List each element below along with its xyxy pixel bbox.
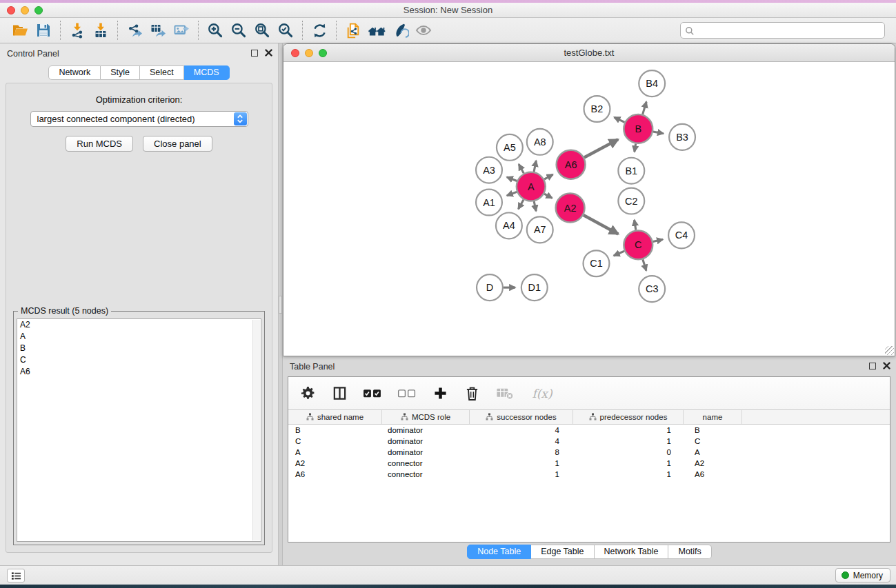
save-session-icon[interactable] [32, 20, 55, 41]
function-builder-icon[interactable]: f(x) [528, 383, 556, 404]
graph-edge-C-C4[interactable] [653, 239, 663, 241]
table-header-row[interactable]: shared nameMCDS rolesuccessor nodesprede… [288, 410, 890, 425]
float-panel-icon[interactable] [251, 50, 258, 57]
table-row[interactable]: Bdominator41B [288, 425, 890, 436]
graph-node-B[interactable]: B [624, 114, 653, 143]
network-close-button[interactable] [291, 49, 299, 57]
add-column-icon[interactable] [430, 383, 450, 404]
graph-edge-A-A4[interactable] [518, 200, 524, 209]
graph-node-D[interactable]: D [477, 274, 503, 301]
graph-node-C4[interactable]: C4 [668, 222, 695, 248]
splitter-handle[interactable] [279, 296, 282, 314]
table-row[interactable]: A6connector11A6 [288, 469, 890, 480]
graph-edge-C-C3[interactable] [643, 259, 646, 270]
export-image-icon[interactable] [170, 20, 193, 41]
mcds-result-list[interactable]: A2ABCA6 [17, 318, 261, 542]
graph-edge-C-C2[interactable] [635, 220, 636, 230]
tab-style[interactable]: Style [101, 65, 140, 80]
network-canvas[interactable]: B4B2BB3A5A8A6A3B1AC2A1A2A4A7C4CC1C3DD1 [284, 63, 894, 355]
graph-node-B1[interactable]: B1 [618, 158, 644, 184]
network-window-titlebar[interactable]: testGlobe.txt [283, 44, 895, 62]
zoom-fit-icon[interactable] [250, 20, 274, 41]
task-history-button[interactable] [7, 569, 25, 582]
panel-splitter[interactable] [278, 43, 283, 565]
column-header-predecessor-nodes[interactable]: predecessor nodes [573, 410, 684, 424]
tab-motifs[interactable]: Motifs [668, 545, 711, 559]
graph-edge-C-C1[interactable] [614, 251, 624, 256]
style-preview-icon[interactable] [388, 20, 412, 41]
graph-edge-B-B1[interactable] [635, 144, 636, 152]
export-network-icon[interactable] [123, 20, 146, 41]
table-settings-icon[interactable] [298, 383, 317, 404]
result-list-item[interactable]: B [17, 343, 261, 354]
column-header-MCDS-role[interactable]: MCDS role [382, 410, 470, 424]
result-list-item[interactable]: A6 [17, 366, 261, 378]
graph-node-C2[interactable]: C2 [618, 188, 644, 214]
graph-node-A8[interactable]: A8 [527, 129, 553, 155]
graph-node-C1[interactable]: C1 [584, 250, 610, 276]
import-table-icon[interactable] [89, 20, 112, 41]
zoom-out-icon[interactable] [227, 20, 250, 41]
table-row[interactable]: A2connector11A2 [288, 458, 890, 469]
clone-network-icon[interactable] [341, 20, 365, 41]
graph-edge-A6-B[interactable] [584, 139, 618, 157]
tab-select[interactable]: Select [140, 65, 184, 80]
tab-network-table[interactable]: Network Table [595, 545, 669, 559]
split-column-icon[interactable] [330, 383, 349, 404]
graph-edge-A-A6[interactable] [544, 174, 553, 179]
minimize-window-button[interactable] [21, 6, 29, 14]
graph-edge-A-A2[interactable] [544, 194, 552, 198]
graph-node-A[interactable]: A [517, 172, 546, 201]
graph-node-A1[interactable]: A1 [476, 190, 502, 216]
result-list-item[interactable]: A2 [17, 319, 261, 331]
graph-edge-B-B4[interactable] [643, 102, 646, 114]
column-header-shared-name[interactable]: shared name [288, 410, 382, 424]
result-list-scrollbar[interactable] [252, 320, 260, 540]
delete-columns-icon[interactable] [462, 383, 481, 404]
graph-node-C3[interactable]: C3 [639, 276, 665, 302]
graph-node-A4[interactable]: A4 [496, 212, 522, 239]
tab-network[interactable]: Network [48, 65, 101, 80]
float-table-panel-icon[interactable] [869, 363, 876, 369]
graph-node-B2[interactable]: B2 [584, 96, 610, 122]
search-input[interactable] [697, 24, 877, 37]
export-table-icon[interactable] [146, 20, 170, 41]
delete-table-icon[interactable] [494, 383, 516, 404]
graph-edge-A2-C[interactable] [584, 215, 618, 234]
result-list-item[interactable]: C [17, 354, 261, 366]
zoom-window-button[interactable] [34, 6, 43, 14]
close-table-panel-icon[interactable] [883, 362, 890, 369]
graph-node-C[interactable]: C [624, 230, 653, 259]
deselect-all-rows-icon[interactable] [396, 383, 418, 404]
tab-edge-table[interactable]: Edge Table [531, 545, 594, 559]
zoom-in-icon[interactable] [203, 20, 227, 41]
graph-edge-B-B2[interactable] [614, 117, 624, 122]
network-minimize-button[interactable] [305, 49, 313, 57]
home-layouts-icon[interactable] [365, 20, 388, 41]
memory-button[interactable]: Memory [835, 568, 890, 582]
network-graph[interactable]: B4B2BB3A5A8A6A3B1AC2A1A2A4A7C4CC1C3DD1 [284, 63, 894, 355]
graph-node-B3[interactable]: B3 [669, 124, 695, 150]
result-list-item[interactable]: A [17, 331, 261, 343]
close-window-button[interactable] [7, 6, 15, 14]
tab-mcds[interactable]: MCDS [184, 65, 230, 80]
graph-edge-A-A8[interactable] [534, 161, 536, 172]
select-all-rows-icon[interactable] [361, 383, 384, 404]
column-header-name[interactable]: name [684, 410, 742, 424]
criterion-dropdown[interactable]: largest connected component (directed) [30, 111, 248, 127]
zoom-selected-icon[interactable] [274, 20, 297, 41]
run-mcds-button[interactable]: Run MCDS [66, 136, 133, 152]
graph-node-A6[interactable]: A6 [557, 150, 586, 179]
graph-node-B4[interactable]: B4 [639, 70, 665, 97]
network-zoom-button[interactable] [319, 49, 327, 57]
table-row[interactable]: Cdominator41C [288, 436, 890, 447]
graph-edge-A-A1[interactable] [507, 192, 517, 195]
graph-edge-A-A7[interactable] [534, 201, 536, 211]
import-network-icon[interactable] [66, 20, 89, 41]
search-field[interactable] [680, 22, 885, 39]
open-session-icon[interactable] [8, 20, 32, 41]
graph-node-D1[interactable]: D1 [521, 274, 548, 301]
graph-node-A2[interactable]: A2 [556, 194, 585, 223]
window-resize-grip[interactable] [885, 346, 894, 355]
graph-node-A5[interactable]: A5 [497, 134, 523, 161]
